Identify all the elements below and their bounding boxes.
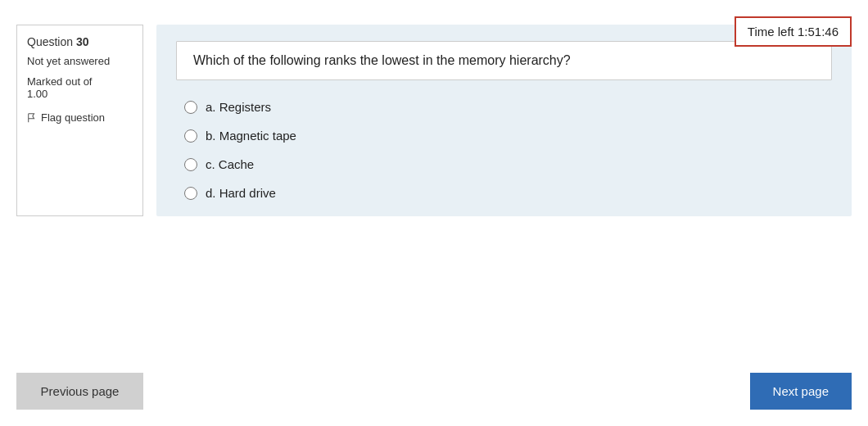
question-word: Question bbox=[27, 35, 73, 48]
option-a-radio[interactable] bbox=[184, 101, 197, 114]
previous-page-button[interactable]: Previous page bbox=[16, 373, 143, 410]
timer-display: Time left 1:51:46 bbox=[735, 16, 852, 47]
question-label: Question 30 bbox=[27, 35, 133, 48]
list-item: d. Hard drive bbox=[184, 186, 832, 200]
flag-icon bbox=[27, 113, 37, 123]
option-c-label[interactable]: c. Cache bbox=[206, 157, 254, 171]
option-c-radio[interactable] bbox=[184, 158, 197, 171]
option-b-label[interactable]: b. Magnetic tape bbox=[206, 129, 296, 143]
question-info-panel: Question 30 Not yet answered Marked out … bbox=[16, 25, 143, 216]
marked-out-value: 1.00 bbox=[27, 88, 47, 100]
main-content: Question 30 Not yet answered Marked out … bbox=[16, 25, 852, 216]
flag-question-label: Flag question bbox=[41, 111, 105, 124]
list-item: b. Magnetic tape bbox=[184, 129, 832, 143]
marked-out: Marked out of 1.00 bbox=[27, 75, 133, 100]
option-d-label[interactable]: d. Hard drive bbox=[206, 186, 276, 200]
question-content-area: Which of the following ranks the lowest … bbox=[156, 25, 852, 216]
timer-container: Time left 1:51:46 bbox=[735, 16, 852, 47]
question-number: 30 bbox=[76, 35, 89, 48]
option-d-radio[interactable] bbox=[184, 187, 197, 200]
flag-question-button[interactable]: Flag question bbox=[27, 111, 133, 124]
list-item: a. Registers bbox=[184, 100, 832, 114]
question-text: Which of the following ranks the lowest … bbox=[176, 41, 832, 80]
navigation-buttons: Previous page Next page bbox=[16, 373, 852, 410]
option-b-radio[interactable] bbox=[184, 129, 197, 143]
option-a-label[interactable]: a. Registers bbox=[206, 100, 271, 114]
question-status: Not yet answered bbox=[27, 55, 133, 67]
marked-out-label: Marked out of bbox=[27, 75, 93, 88]
next-page-button[interactable]: Next page bbox=[750, 373, 852, 410]
options-list: a. Registers b. Magnetic tape c. Cache d… bbox=[176, 100, 832, 200]
list-item: c. Cache bbox=[184, 157, 832, 171]
